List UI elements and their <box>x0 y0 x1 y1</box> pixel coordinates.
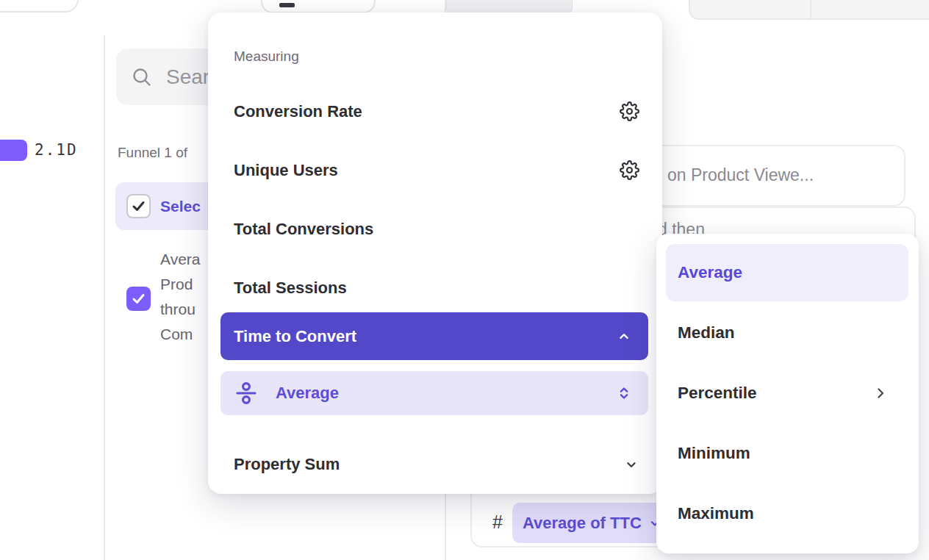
gear-icon[interactable] <box>620 101 639 121</box>
chevron-right-icon <box>872 384 889 402</box>
submenu-item-label: Maximum <box>678 504 754 523</box>
segment-divider <box>810 0 811 18</box>
menu-item-time-to-convert[interactable]: Time to Convert <box>220 312 648 360</box>
menu-item-aggregation-average[interactable]: Average <box>220 371 648 415</box>
search-placeholder: Sear <box>166 65 209 89</box>
app-canvas: 2.1D Sear Funnel 1 of Selec Avera Prod t… <box>0 0 929 560</box>
step-description-line: Prod <box>160 272 200 297</box>
average-of-ttc-label: Average of TTC <box>523 514 642 533</box>
aggregation-selected-label: Average <box>276 384 616 403</box>
top-right-segmented-control[interactable] <box>689 0 929 20</box>
menu-item-label: Unique Users <box>234 161 338 180</box>
average-of-ttc-dropdown[interactable]: Average of TTC <box>512 503 668 543</box>
menu-item-label: Time to Convert <box>234 327 356 346</box>
toolbar-segment[interactable] <box>446 0 573 13</box>
menu-item-label: Conversion Rate <box>234 102 362 121</box>
step-description-line: throu <box>160 297 200 322</box>
menu-item-label: Total Conversions <box>234 220 373 239</box>
submenu-item-label: Percentile <box>678 384 757 403</box>
divide-icon <box>234 381 259 406</box>
menu-item-label: Total Sessions <box>234 279 347 298</box>
chart-icon <box>279 3 295 7</box>
top-left-card-corner <box>0 0 79 12</box>
menu-item-total-sessions[interactable]: Total Sessions <box>234 264 639 312</box>
unfold-icon <box>616 385 632 401</box>
checkmark-icon <box>131 291 146 306</box>
chart-type-button[interactable] <box>261 0 376 13</box>
checkmark-icon <box>131 198 146 214</box>
submenu-item-label: Average <box>678 263 742 282</box>
hash-symbol: # <box>492 511 503 533</box>
left-pane-divider <box>104 35 105 560</box>
search-icon <box>131 66 153 88</box>
submenu-item-average[interactable]: Average <box>678 249 889 296</box>
step-description-line: Com <box>160 322 200 347</box>
step-checkbox[interactable] <box>126 287 151 311</box>
step-description: Avera Prod throu Com <box>160 247 200 347</box>
aggregation-submenu: Average Median Percentile Minimum Maximu… <box>656 234 919 553</box>
measuring-menu-header: Measuring <box>234 49 299 65</box>
select-all-checkbox[interactable] <box>126 194 151 218</box>
funnel-section-label: Funnel 1 of <box>118 145 187 161</box>
conversion-window-label: 2.1D <box>35 141 78 159</box>
menu-item-unique-users[interactable]: Unique Users <box>234 146 639 194</box>
menu-item-property-sum[interactable]: Property Sum <box>234 440 639 488</box>
submenu-item-label: Minimum <box>678 444 750 463</box>
gear-icon[interactable] <box>620 160 639 180</box>
event-step-label: on Product Viewe... <box>667 165 814 185</box>
chevron-down-icon <box>623 456 639 473</box>
step-description-line: Avera <box>160 247 200 272</box>
select-all-label: Selec <box>160 198 201 215</box>
menu-item-conversion-rate[interactable]: Conversion Rate <box>234 87 639 135</box>
submenu-item-median[interactable]: Median <box>678 309 889 356</box>
funnel-color-badge[interactable] <box>0 140 27 161</box>
measuring-menu: Measuring Conversion Rate Unique Users T… <box>208 12 662 494</box>
menu-item-label: Property Sum <box>234 455 340 474</box>
submenu-item-minimum[interactable]: Minimum <box>678 430 889 477</box>
submenu-item-label: Median <box>678 323 735 342</box>
chevron-up-icon <box>616 329 632 345</box>
menu-item-total-conversions[interactable]: Total Conversions <box>234 205 639 253</box>
submenu-item-percentile[interactable]: Percentile <box>678 370 889 417</box>
submenu-item-maximum[interactable]: Maximum <box>678 490 889 537</box>
